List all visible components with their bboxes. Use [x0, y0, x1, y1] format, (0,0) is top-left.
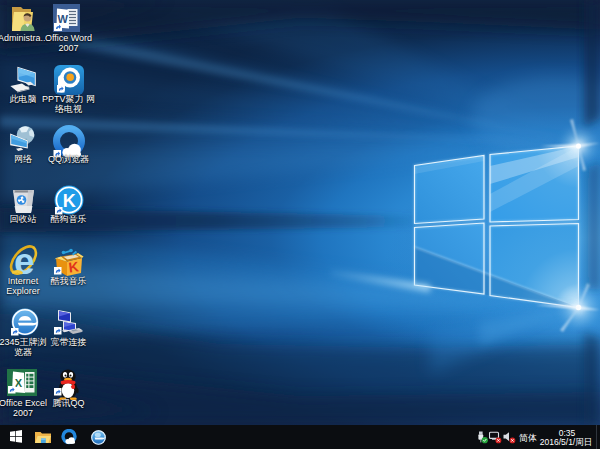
svg-text:e: e: [14, 245, 35, 279]
svg-text:K: K: [68, 258, 80, 275]
svg-text:W: W: [58, 13, 69, 25]
svg-text:K: K: [63, 191, 76, 211]
svg-text:X: X: [15, 377, 23, 389]
